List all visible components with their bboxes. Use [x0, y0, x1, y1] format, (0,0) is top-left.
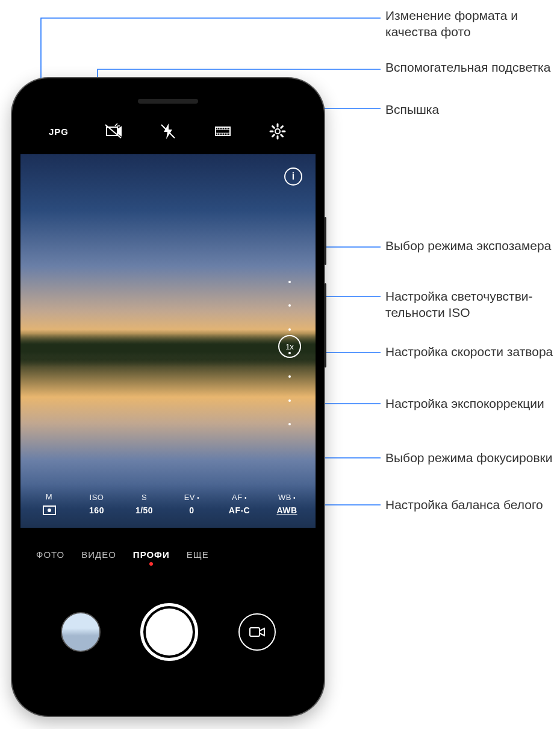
format-button[interactable]: JPG [46, 119, 70, 143]
svg-point-13 [48, 509, 51, 512]
param-wb[interactable]: WB AWB [266, 493, 308, 515]
assist-light-button[interactable] [101, 119, 125, 143]
param-ev[interactable]: EV 0 [171, 493, 213, 515]
svg-rect-10 [216, 127, 230, 136]
mode-selector[interactable]: ФОТО ВИДЕО ПРОФИ ЕЩЕ [20, 536, 316, 572]
zoom-level[interactable]: 1x [278, 335, 301, 358]
gallery-thumbnail[interactable] [61, 612, 101, 652]
param-wb-value: AWB [266, 505, 308, 515]
param-shutter-value: 1/50 [123, 505, 166, 515]
viewfinder[interactable]: i 1x M ISO 160 [20, 154, 316, 528]
pro-params-row: M ISO 160 S 1/50 EV 0 [20, 484, 316, 528]
flash-button[interactable] [156, 119, 180, 143]
switch-camera-button[interactable] [238, 613, 276, 651]
phone-frame: JPG [12, 78, 324, 716]
shutter-button[interactable] [140, 603, 198, 661]
param-iso-label: ISO [76, 493, 118, 502]
param-shutter[interactable]: S 1/50 [123, 493, 166, 515]
landscape-horizon [20, 330, 316, 367]
phone-screen: JPG [20, 87, 316, 707]
mode-photo[interactable]: ФОТО [36, 549, 64, 560]
video-camera-icon [249, 625, 266, 639]
svg-point-11 [275, 129, 280, 134]
gear-icon [269, 122, 287, 140]
param-shutter-label: S [123, 493, 166, 502]
param-ev-label: EV [171, 493, 213, 502]
settings-button[interactable] [266, 119, 290, 143]
param-iso[interactable]: ISO 160 [76, 493, 118, 515]
info-button[interactable]: i [284, 167, 302, 186]
param-af-value: AF-C [219, 505, 261, 515]
mode-pro[interactable]: ПРОФИ [133, 549, 170, 560]
flash-off-icon [159, 122, 177, 140]
param-af-label: AF [219, 493, 261, 502]
metering-icon [28, 505, 70, 516]
shutter-row [20, 587, 316, 677]
mode-video[interactable]: ВИДЕО [81, 549, 116, 560]
param-wb-label: WB [266, 493, 308, 502]
aspect-button[interactable] [211, 119, 235, 143]
shutter-inner [146, 609, 193, 655]
param-ev-value: 0 [171, 505, 213, 515]
camera-topbar: JPG [20, 114, 316, 148]
mode-more[interactable]: ЕЩЕ [187, 549, 209, 560]
filmstrip-icon [214, 122, 232, 140]
param-af[interactable]: AF AF-C [219, 493, 261, 515]
param-iso-value: 160 [76, 505, 118, 515]
param-metering-label: M [28, 492, 70, 501]
speaker-slot [138, 99, 198, 104]
param-metering[interactable]: M [28, 492, 70, 516]
assist-light-icon [104, 122, 122, 140]
svg-rect-14 [250, 628, 260, 636]
